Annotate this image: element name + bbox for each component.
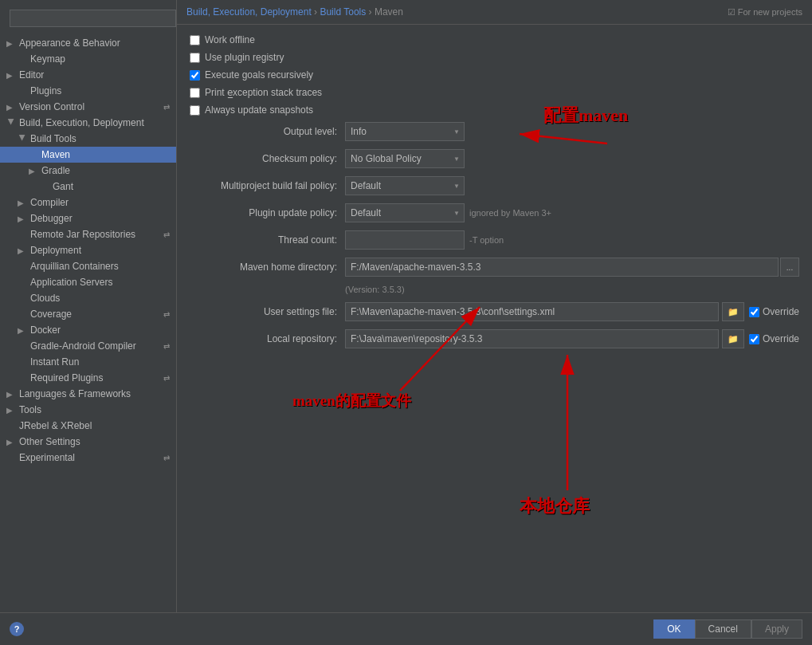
plugin-update-select[interactable]: DefaultAlwaysNever (345, 203, 465, 222)
sidebar-item-deployment[interactable]: ▶Deployment (0, 242, 176, 258)
output-level-select[interactable]: InfoDebugWarnError (345, 122, 465, 141)
sidebar: 🔍 ▶Appearance & BehaviorKeymap▶EditorPlu… (0, 0, 177, 612)
for-new-projects: ☑ For new projects (728, 7, 802, 18)
user-settings-browse-btn[interactable]: 📁 (722, 302, 744, 321)
checkbox-use-plugin-registry[interactable] (190, 53, 200, 63)
breadcrumb: Build, Execution, Deployment › Build Too… (186, 6, 403, 18)
sidebar-item-jrebel-xrebel[interactable]: JRebel & XRebel (0, 418, 176, 434)
breadcrumb-bar: Build, Execution, Deployment › Build Too… (177, 0, 812, 25)
plugin-update-select-wrapper: DefaultAlwaysNever (345, 203, 465, 222)
checkbox-row-work-offline: Work offline (190, 34, 799, 45)
sidebar-item-debugger[interactable]: ▶Debugger (0, 210, 176, 226)
maven-home-browse-btn[interactable]: ... (780, 258, 799, 277)
checkbox-work-offline[interactable] (190, 35, 200, 45)
arrow-icon: ▶ (18, 199, 27, 207)
local-repo-browse-btn[interactable]: 📁 (722, 329, 744, 348)
arrow-icon: ▶ (6, 39, 16, 48)
local-repo-label: Local repository: (190, 333, 345, 344)
sidebar-item-instant-run[interactable]: Instant Run (0, 354, 176, 370)
sidebar-label-gradle-android-compiler: Gradle-Android Compiler (30, 340, 136, 352)
sidebar-item-application-servers[interactable]: Application Servers (0, 274, 176, 290)
plugin-update-label: Plugin update policy: (190, 207, 345, 218)
help-button[interactable]: ? (10, 622, 24, 636)
output-level-control: InfoDebugWarnError (345, 122, 799, 141)
local-repo-override-checkbox[interactable] (749, 334, 759, 344)
sidebar-item-arquillian-containers[interactable]: Arquillian Containers (0, 258, 176, 274)
sidebar-item-languages-frameworks[interactable]: ▶Languages & Frameworks (0, 386, 176, 402)
sidebar-item-other-settings[interactable]: ▶Other Settings (0, 434, 176, 450)
sidebar-item-clouds[interactable]: Clouds (0, 290, 176, 306)
breadcrumb-build[interactable]: Build, Execution, Deployment (186, 6, 312, 18)
thread-count-row: Thread count: -T option (190, 230, 799, 250)
ok-button[interactable]: OK (653, 619, 694, 639)
multiproject-select[interactable]: DefaultFail At EndFail Never (345, 176, 465, 195)
sidebar-label-docker: Docker (30, 324, 61, 336)
sidebar-item-required-plugins[interactable]: Required Plugins⇄ (0, 370, 176, 386)
sidebar-item-gradle[interactable]: ▶Gradle (0, 163, 176, 179)
cancel-button[interactable]: Cancel (695, 619, 751, 639)
arrow-icon: ▶ (6, 390, 16, 399)
output-level-row: Output level: InfoDebugWarnError (190, 122, 799, 141)
dialog-footer: ? OK Cancel Apply (0, 612, 812, 645)
sidebar-item-docker[interactable]: ▶Docker (0, 322, 176, 338)
user-settings-label: User settings file: (190, 306, 345, 317)
sidebar-item-tools[interactable]: ▶Tools (0, 402, 176, 418)
sidebar-label-remote-jar-repositories: Remote Jar Repositories (30, 229, 135, 240)
sidebar-item-plugins[interactable]: Plugins (0, 83, 176, 99)
sidebar-label-appearance-behavior: Appearance & Behavior (19, 37, 120, 49)
sidebar-item-appearance-behavior[interactable]: ▶Appearance & Behavior (0, 35, 176, 51)
checkbox-always-update-snapshots[interactable] (190, 105, 200, 116)
arrow-icon: ▶ (6, 103, 16, 112)
local-repo-input-wrapper: 📁 Override (345, 329, 799, 348)
sidebar-label-coverage: Coverage (30, 309, 72, 320)
user-settings-override-checkbox[interactable] (749, 307, 759, 317)
plugin-update-hint: ignored by Maven 3+ (469, 208, 551, 218)
checksum-policy-select[interactable]: No Global PolicyStrictLenient (345, 149, 465, 168)
sidebar-label-application-servers: Application Servers (30, 277, 112, 288)
checkbox-print-exception-stack-traces[interactable] (190, 88, 200, 98)
sidebar-item-maven[interactable]: Maven (0, 147, 176, 163)
sidebar-item-build-tools[interactable]: ▶Build Tools (0, 131, 176, 147)
sidebar-label-jrebel-xrebel: JRebel & XRebel (19, 420, 92, 431)
sidebar-label-plugins: Plugins (30, 85, 61, 96)
local-repo-override-wrapper: Override (749, 333, 799, 344)
sidebar-label-maven: Maven (41, 149, 70, 160)
sidebar-label-editor: Editor (19, 69, 44, 81)
thread-count-input[interactable] (345, 230, 465, 250)
apply-button[interactable]: Apply (751, 619, 802, 639)
sidebar-label-experimental: Experimental (19, 452, 75, 463)
sync-icon: ⇄ (163, 103, 170, 112)
multiproject-row: Multiproject build fail policy: DefaultF… (190, 176, 799, 195)
user-settings-input[interactable] (345, 302, 719, 321)
sidebar-item-compiler[interactable]: ▶Compiler (0, 195, 176, 210)
checkbox-execute-goals-recursively[interactable] (190, 70, 200, 81)
output-level-select-wrapper: InfoDebugWarnError (345, 122, 465, 141)
sidebar-item-experimental[interactable]: Experimental⇄ (0, 450, 176, 466)
search-input[interactable] (10, 10, 176, 27)
breadcrumb-buildtools[interactable]: Build Tools (320, 6, 366, 18)
sidebar-label-gant: Gant (53, 181, 73, 192)
sidebar-label-debugger: Debugger (30, 213, 73, 224)
sidebar-label-other-settings: Other Settings (19, 436, 80, 447)
sidebar-item-editor[interactable]: ▶Editor (0, 67, 176, 83)
sidebar-item-version-control[interactable]: ▶Version Control⇄ (0, 99, 176, 115)
sidebar-label-instant-run: Instant Run (30, 356, 79, 368)
sidebar-item-keymap[interactable]: Keymap (0, 51, 176, 67)
checkbox-label-execute-goals-recursively: Execute goals recursively (205, 69, 313, 81)
sidebar-item-gant[interactable]: Gant (0, 179, 176, 195)
sidebar-label-build-execution-deployment: Build, Execution, Deployment (19, 117, 144, 128)
checkbox-row-use-plugin-registry: Use plugin registry (190, 52, 799, 63)
local-repo-input[interactable] (345, 329, 719, 348)
sidebar-item-build-execution-deployment[interactable]: ▶Build, Execution, Deployment (0, 115, 176, 131)
sidebar-item-remote-jar-repositories[interactable]: Remote Jar Repositories⇄ (0, 226, 176, 242)
sidebar-item-gradle-android-compiler[interactable]: Gradle-Android Compiler⇄ (0, 338, 176, 354)
multiproject-control: DefaultFail At EndFail Never (345, 176, 799, 195)
checksum-policy-control: No Global PolicyStrictLenient (345, 149, 799, 168)
arrow-icon: ▶ (18, 214, 27, 223)
sidebar-item-coverage[interactable]: Coverage⇄ (0, 306, 176, 322)
checkboxes-container: Work offlineUse plugin registryExecute g… (190, 34, 799, 116)
sidebar-label-languages-frameworks: Languages & Frameworks (19, 388, 131, 399)
sidebar-label-deployment: Deployment (30, 245, 81, 256)
arrow-icon: ▶ (6, 71, 16, 80)
maven-home-input[interactable] (345, 258, 779, 277)
